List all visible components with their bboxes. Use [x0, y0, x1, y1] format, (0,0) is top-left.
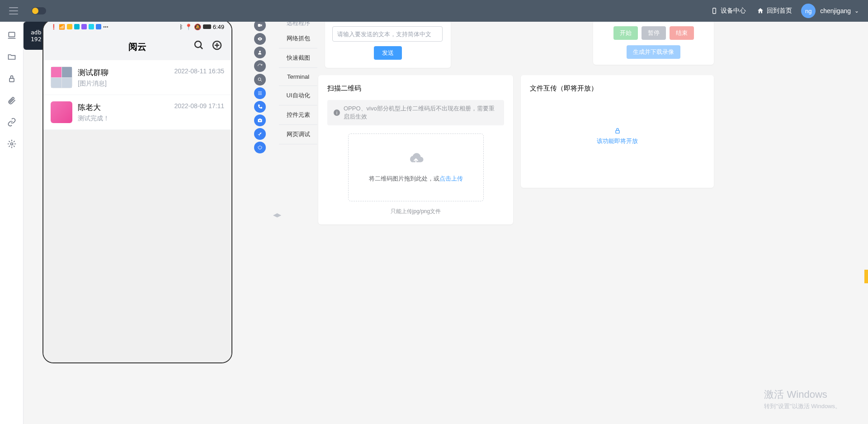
- side-power-icon[interactable]: [254, 142, 266, 153]
- chat-preview: 测试完成！: [78, 114, 224, 123]
- chevron-down-icon[interactable]: ⌄: [854, 8, 859, 14]
- side-user-icon[interactable]: [254, 47, 266, 58]
- theme-toggle[interactable]: [32, 7, 46, 14]
- upload-hint: 只能上传jpg/png文件: [327, 208, 504, 215]
- chat-time: 2022-08-09 17:11: [174, 102, 224, 113]
- panel-divider[interactable]: ◀▶: [273, 212, 281, 218]
- svg-point-18: [259, 120, 261, 121]
- file-title: 文件互传（即将开放）: [530, 84, 705, 93]
- panel-menu: 远程程序 网络抓包 快速截图 Terminal UI自动化 控件元素 网页调试: [279, 19, 317, 144]
- home-link[interactable]: 回到首页: [757, 7, 792, 15]
- gear-icon[interactable]: [7, 139, 16, 148]
- device-center-link[interactable]: 设备中心: [711, 7, 746, 15]
- file-placeholder: 该功能即将开放: [530, 100, 705, 172]
- side-search-icon[interactable]: [254, 74, 266, 86]
- left-nav: [0, 22, 24, 424]
- phone-side-buttons: [254, 19, 266, 153]
- qr-scan-card: 扫描二维码 i OPPO、vivo部分机型上传二维码后不出现在相册，需要重启后生…: [318, 75, 513, 224]
- text-input[interactable]: [332, 26, 443, 42]
- svg-point-5: [195, 41, 201, 48]
- clip-icon[interactable]: [7, 96, 16, 105]
- file-transfer-card: 文件互传（即将开放） 该功能即将开放: [521, 75, 714, 188]
- user-avatar: [51, 101, 72, 123]
- menu-toggle-icon[interactable]: [9, 7, 18, 14]
- app-icon: [96, 24, 101, 29]
- app-icon: [89, 24, 94, 29]
- bluetooth-icon: ᛒ: [179, 24, 183, 30]
- phone-time: 6:49: [213, 24, 224, 30]
- cloud-upload-icon: [405, 152, 427, 168]
- add-icon[interactable]: [212, 40, 222, 53]
- battery-icon: [203, 24, 211, 29]
- svg-line-13: [260, 80, 262, 81]
- chat-title: 陈老大: [78, 102, 101, 113]
- phone-frame[interactable]: ❗ 📶 ••• ᛒ 📍 🔕 6:49 阅云: [42, 19, 232, 363]
- side-phone-icon[interactable]: [254, 101, 266, 113]
- side-eye-icon[interactable]: [254, 33, 266, 45]
- upload-zone[interactable]: 将二维码图片拖到此处，或点击上传: [348, 133, 484, 201]
- app-icon: [74, 24, 80, 29]
- chat-title: 测试群聊: [78, 67, 108, 78]
- menu-item-web-debug[interactable]: 网页调试: [279, 125, 317, 144]
- side-list-icon[interactable]: [254, 87, 266, 99]
- svg-rect-20: [616, 130, 619, 133]
- notification-icon: ❗: [51, 24, 57, 30]
- phone-mirror: ❗ 📶 ••• ᛒ 📍 🔕 6:49 阅云: [42, 19, 255, 363]
- chat-item[interactable]: 测试群聊 2022-08-11 16:35 [图片消息]: [43, 60, 231, 95]
- coming-soon-text: 该功能即将开放: [597, 137, 638, 145]
- phone-status-bar: ❗ 📶 ••• ᛒ 📍 🔕 6:49: [43, 20, 231, 33]
- svg-point-11: [259, 51, 261, 52]
- end-button[interactable]: 结束: [670, 26, 694, 40]
- username[interactable]: chenjigang: [820, 7, 851, 14]
- devices-icon[interactable]: [7, 31, 16, 40]
- qr-info-bar: i OPPO、vivo部分机型上传二维码后不出现在相册，需要重启后生效: [327, 100, 504, 125]
- home-icon: [757, 7, 764, 14]
- svg-rect-0: [713, 8, 716, 14]
- svg-point-4: [10, 143, 13, 145]
- app-title: 阅云: [128, 41, 146, 53]
- group-avatar: [51, 67, 72, 88]
- start-button[interactable]: 开始: [613, 26, 638, 40]
- wifi-icon: 📶: [59, 24, 65, 30]
- text-send-card: 发送: [325, 19, 451, 68]
- chat-time: 2022-08-11 16:35: [174, 67, 224, 78]
- menu-item-network[interactable]: 网络抓包: [279, 29, 317, 48]
- lock-icon[interactable]: [7, 74, 16, 83]
- chat-item[interactable]: 陈老大 2022-08-09 17:11 测试完成！: [43, 95, 231, 130]
- folder-icon[interactable]: [7, 52, 16, 62]
- search-icon[interactable]: [193, 40, 204, 53]
- svg-rect-19: [259, 119, 261, 119]
- avatar[interactable]: ng: [801, 4, 816, 18]
- edge-indicator[interactable]: [864, 270, 868, 283]
- generate-download-button[interactable]: 生成并下载录像: [627, 45, 680, 59]
- menu-item-terminal[interactable]: Terminal: [279, 68, 317, 86]
- upload-link[interactable]: 点击上传: [439, 175, 463, 182]
- send-button[interactable]: 发送: [374, 46, 402, 60]
- app-icon: [67, 24, 72, 29]
- upload-text: 将二维码图片拖到此处，或点击上传: [369, 175, 463, 183]
- svg-rect-1: [9, 32, 14, 37]
- device-icon: [711, 7, 718, 14]
- chat-list: 测试群聊 2022-08-11 16:35 [图片消息] 陈老大 2022-08…: [43, 60, 231, 130]
- qr-title: 扫描二维码: [327, 84, 504, 93]
- top-header: 设备中心 回到首页 ng chenjigang ⌄: [0, 0, 868, 22]
- phone-blank-area[interactable]: [43, 130, 231, 363]
- info-icon: i: [334, 110, 340, 116]
- menu-item-screenshot[interactable]: 快速截图: [279, 48, 317, 68]
- side-nav-icon[interactable]: [254, 128, 266, 140]
- side-camera-icon[interactable]: [254, 114, 266, 126]
- mute-icon: 🔕: [194, 24, 201, 30]
- menu-item-elements[interactable]: 控件元素: [279, 105, 317, 125]
- app-header: 阅云: [43, 33, 231, 60]
- pause-button[interactable]: 暂停: [642, 26, 666, 40]
- svg-rect-3: [9, 78, 14, 82]
- svg-rect-10: [258, 24, 261, 27]
- record-card: 开始 暂停 结束 生成并下载录像: [593, 19, 714, 65]
- link-icon[interactable]: [7, 118, 16, 127]
- content-area: ❗ 📶 ••• ᛒ 📍 🔕 6:49 阅云: [24, 22, 868, 424]
- lock-icon: [614, 127, 621, 134]
- chat-preview: [图片消息]: [78, 80, 224, 88]
- menu-item-ui-auto[interactable]: UI自动化: [279, 86, 317, 105]
- side-rotate-icon[interactable]: [254, 60, 266, 72]
- svg-line-6: [200, 47, 203, 49]
